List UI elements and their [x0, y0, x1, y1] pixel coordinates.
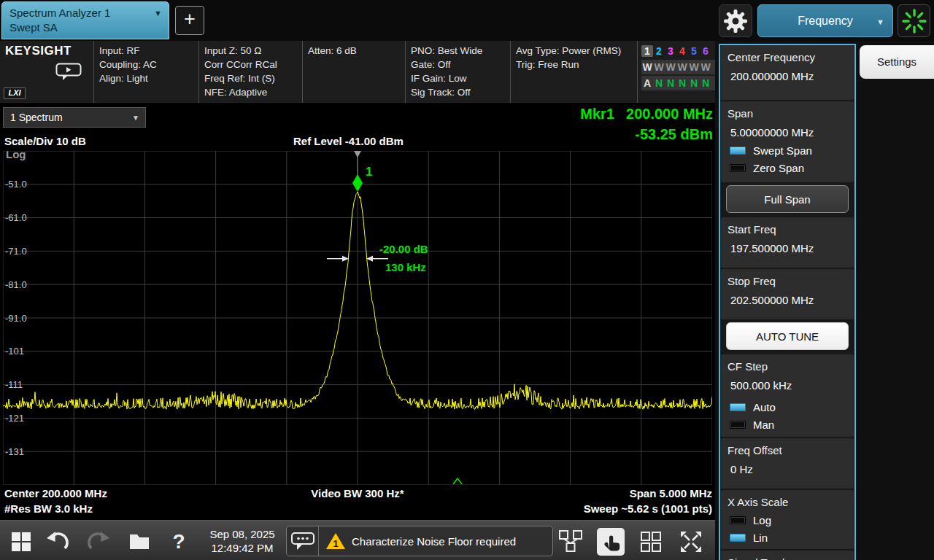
info-line: Corr CCorr RCal: [204, 58, 302, 71]
settings-gear-button[interactable]: [719, 4, 752, 37]
touch-mode-button[interactable]: [597, 528, 625, 556]
redo-button[interactable]: [85, 528, 112, 556]
toggle-indicator: [730, 147, 746, 155]
taskbar: ? Sep 08, 2025 12:49:42 PM 1 Characteriz…: [0, 520, 715, 560]
spectrum-display: 1 Spectrum ▼ Mkr1200.000 MHz -53.25 dBm …: [0, 103, 715, 520]
menu-item-label: Center Frequency: [727, 50, 847, 64]
trace-legend-row: WWWWWW: [641, 60, 715, 74]
screen-layout-button[interactable]: [557, 528, 584, 556]
menu-item-span[interactable]: Span 5.00000000 MHz Swept Span Zero Span: [721, 101, 854, 182]
file-manager-button[interactable]: [126, 528, 153, 556]
menu-item-start-freq[interactable]: Start Freq 197.500000 MHz: [721, 217, 854, 268]
info-column-3: Atten: 6 dB: [302, 41, 405, 103]
fullscreen-button[interactable]: [677, 528, 705, 556]
add-tab-button[interactable]: +: [175, 6, 204, 35]
windows-start-button[interactable]: [7, 528, 35, 556]
toggle-label: Log: [753, 514, 771, 526]
right-region: Settings Center Frequency 200.000000 MHz…: [715, 41, 934, 560]
toggle-cf-step-man[interactable]: Man: [727, 419, 847, 431]
info-line: NFE: Adaptive: [204, 85, 302, 99]
undo-button[interactable]: [44, 528, 72, 556]
trace-legend-cell: 1: [641, 45, 653, 57]
trace-legend-cell: N: [700, 77, 711, 89]
folder-icon: [128, 531, 151, 553]
info-line: Input Z: 50 Ω: [204, 44, 302, 58]
toggle-x-axis-lin[interactable]: Lin: [727, 532, 847, 544]
menu-item-signal-track[interactable]: Signal Track (Span Zoom): [721, 551, 854, 560]
frequency-menu-panel: Center Frequency 200.000000 MHz Span 5.0…: [719, 44, 856, 560]
trace-legend-cell: W: [676, 61, 688, 73]
trace-legend-cell: N: [653, 77, 665, 89]
spinner-icon: [900, 7, 928, 35]
center-freq-indicator: [354, 151, 361, 158]
tab-settings[interactable]: Settings: [860, 45, 934, 79]
toggle-label: Swept Span: [753, 144, 812, 157]
menu-item-freq-offset[interactable]: Freq Offset 0 Hz: [721, 438, 854, 489]
menu-category-dropdown[interactable]: Frequency ▼: [757, 4, 893, 37]
trace-legend-cell: 3: [665, 45, 676, 57]
marker-frequency: 200.000 MHz: [626, 106, 713, 122]
datetime-display[interactable]: Sep 08, 2025 12:49:42 PM: [201, 527, 283, 555]
trace-legend-cell: N: [665, 77, 676, 89]
trace-legend-cell: 6: [700, 45, 711, 57]
alert-message: Characterize Noise Floor required: [352, 535, 516, 548]
res-bw-annotation: #Res BW 3.0 kHz: [4, 502, 93, 515]
menu-item-value: 202.500000 MHz: [727, 293, 847, 307]
toggle-zero-span[interactable]: Zero Span: [727, 162, 847, 174]
full-span-button[interactable]: Full Span: [726, 185, 849, 213]
menu-item-center-frequency[interactable]: Center Frequency 200.000000 MHz: [721, 45, 854, 100]
toggle-label: Man: [753, 419, 774, 431]
toggle-x-axis-log[interactable]: Log: [727, 514, 847, 526]
toggle-label: Lin: [753, 532, 768, 544]
window-arrange-button[interactable]: [637, 528, 665, 556]
remote-display-icon: [55, 63, 83, 85]
mode-tab-spectrum-analyzer[interactable]: Spectrum Analyzer 1 Swept SA ▼: [1, 1, 169, 39]
trace-legend-cell: W: [665, 61, 676, 73]
spectrum-plot[interactable]: -51.0-61.0-71.0-81.0-91.0-101-111-121-13…: [3, 151, 712, 485]
info-line: Gate: Off: [411, 58, 510, 71]
info-column-1: Input: RFCoupling: ACAlign: Light: [93, 41, 198, 103]
menu-item-label: CF Step: [727, 359, 847, 373]
toggle-label: Zero Span: [753, 162, 804, 174]
trace-legend-cell: W: [688, 61, 700, 73]
y-axis-label: -91.0: [5, 313, 27, 324]
info-line: Sig Track: Off: [411, 85, 510, 99]
menu-item-cf-step[interactable]: CF Step 500.000 kHz Auto Man: [721, 354, 854, 437]
toggle-cf-step-auto[interactable]: Auto: [727, 401, 847, 413]
y-axis-label: -51.0: [5, 179, 27, 190]
menu-item-label: Stop Freq: [727, 274, 847, 288]
info-line: Freq Ref: Int (S): [204, 71, 302, 85]
trace-legend[interactable]: 123456WWWWWWANNNNN: [637, 41, 715, 103]
marker-label: Mkr1: [580, 106, 614, 122]
sweep-annotation: Sweep ~5.62 s (1001 pts): [584, 502, 712, 515]
window-selector-label: 1 Spectrum: [10, 112, 63, 123]
expand-arrows-icon: [678, 529, 704, 555]
alert-count: 1: [326, 538, 345, 549]
date-text: Sep 08, 2025: [201, 527, 283, 541]
toggle-swept-span[interactable]: Swept Span: [727, 144, 847, 157]
trace-legend-cell: N: [676, 77, 688, 89]
chevron-down-icon: ▼: [154, 9, 162, 18]
span-annotation: Span 5.000 MHz: [630, 487, 712, 499]
help-button[interactable]: ?: [165, 528, 193, 556]
y-axis-label: -131: [5, 446, 24, 457]
touch-hand-icon: [598, 529, 624, 555]
menu-item-label: Span: [727, 106, 847, 120]
info-line: Coupling: AC: [99, 58, 198, 71]
toggle-label: Auto: [753, 401, 776, 413]
menu-item-label: Signal Track: [727, 556, 847, 560]
chevron-down-icon: ▼: [876, 18, 884, 26]
trace-legend-cell: W: [700, 61, 711, 73]
auto-tune-button[interactable]: AUTO TUNE: [726, 322, 849, 350]
menu-item-x-axis-scale[interactable]: X Axis Scale Log Lin: [721, 490, 854, 549]
info-line: Atten: 6 dB: [308, 44, 405, 58]
y-axis-label: -111: [5, 379, 23, 390]
messages-button[interactable]: [287, 526, 319, 556]
menu-item-stop-freq[interactable]: Stop Freq 202.500000 MHz: [721, 269, 854, 319]
time-text: 12:49:42 PM: [201, 541, 283, 555]
system-message-box[interactable]: 1 Characterize Noise Floor required: [286, 526, 553, 556]
marker-1-number: 1: [366, 165, 372, 179]
window-selector-dropdown[interactable]: 1 Spectrum ▼: [3, 107, 146, 128]
toggle-indicator: [730, 403, 746, 411]
y-axis-label: -101: [5, 346, 24, 357]
